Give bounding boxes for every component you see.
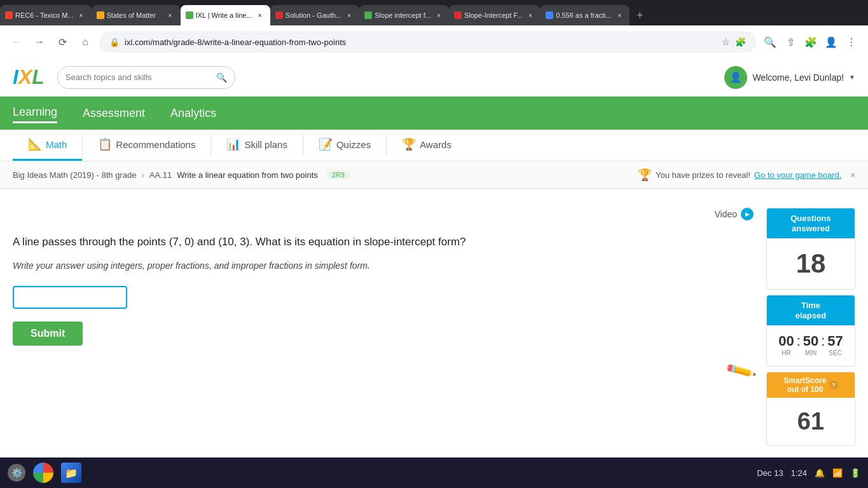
breadcrumb: Big Ideas Math (2019) - 8th grade › AA.1…: [0, 161, 868, 189]
search-icon: 🔍: [216, 72, 227, 83]
taskbar-date: Dec 13: [757, 468, 783, 478]
taskbar-chrome-icon[interactable]: [33, 463, 53, 483]
taskbar-time: 1:24: [791, 468, 807, 478]
tab-title-7: 0.556 as a fracti...: [556, 11, 612, 19]
breadcrumb-arrow-icon: ›: [141, 170, 144, 180]
browser-tab-2[interactable]: States of Matter ×: [92, 5, 181, 25]
subnav-recommendations[interactable]: 📋 Recommendations: [83, 130, 210, 161]
tab-close-7[interactable]: ×: [614, 10, 624, 20]
tab-favicon-3: [186, 11, 193, 19]
pencil-area: ✏️: [13, 346, 754, 395]
zoom-button[interactable]: 🔍: [761, 33, 779, 51]
subnav-math[interactable]: 📐 Math: [13, 130, 82, 161]
tab-favicon-1: [5, 11, 13, 19]
smart-score-label: SmartScoreout of 100: [783, 376, 826, 394]
seconds-unit: 57 SEC: [827, 333, 843, 356]
nav-item-analytics[interactable]: Analytics: [170, 104, 216, 123]
lock-icon: 🔒: [109, 37, 120, 47]
smart-score-help-button[interactable]: ?: [829, 381, 838, 390]
new-tab-button[interactable]: +: [630, 5, 650, 25]
questions-answered-header: Questionsanswered: [767, 208, 855, 238]
subnav-awards-label: Awards: [420, 139, 451, 150]
bookmark-icon[interactable]: ☆: [722, 37, 730, 47]
browser-tab-7[interactable]: 0.556 as a fracti... ×: [541, 5, 630, 25]
browser-tab-6[interactable]: Slope-Intercept F... ×: [449, 5, 541, 25]
pencil-icon: ✏️: [724, 354, 758, 388]
video-link[interactable]: Video ▶: [13, 208, 754, 220]
submit-button[interactable]: Submit: [13, 322, 83, 346]
share-button[interactable]: ⇧: [782, 33, 799, 51]
url-text[interactable]: ixl.com/math/grade-8/write-a-linear-equa…: [125, 37, 717, 47]
tab-close-5[interactable]: ×: [434, 10, 444, 20]
questions-answered-card: Questionsanswered 18: [766, 208, 855, 290]
time-elapsed-label: Timeelapsed: [796, 301, 826, 320]
chrome-actions: 🔍 ⇧ 🧩 👤 ⋮: [761, 33, 860, 51]
subnav-awards[interactable]: 🏆 Awards: [387, 130, 467, 161]
tab-favicon-6: [454, 11, 462, 19]
reload-button[interactable]: ⟳: [53, 33, 71, 51]
subnav-quizzes-label: Quizzes: [336, 139, 371, 150]
answer-input[interactable]: [13, 286, 127, 309]
subnav-quizzes[interactable]: 📝 Quizzes: [303, 130, 386, 161]
tab-close-6[interactable]: ×: [525, 10, 535, 20]
tab-close-4[interactable]: ×: [344, 10, 354, 20]
quizzes-icon: 📝: [319, 137, 333, 151]
browser-tab-4[interactable]: Solution - Gauth... ×: [270, 5, 360, 25]
hours-unit: 00 HR: [778, 333, 794, 356]
question-text: A line passes through the points (7, 0) …: [13, 233, 754, 250]
instruction-text: Write your answer using integers, proper…: [13, 261, 754, 271]
breadcrumb-parent[interactable]: Big Ideas Math (2019) - 8th grade: [13, 170, 136, 180]
time-elapsed-header: Timeelapsed: [767, 295, 855, 325]
nav-item-learning[interactable]: Learning: [13, 103, 57, 123]
subnav-recommendations-label: Recommendations: [116, 139, 195, 150]
search-box[interactable]: 🔍: [57, 66, 235, 89]
ixl-site: I X L 🔍 👤 Welcome, Levi Dunlap! ▼ Learni…: [0, 58, 868, 488]
taskbar-app-icon[interactable]: ⚙️: [8, 464, 25, 482]
hours-value: 00: [778, 333, 794, 349]
welcome-button[interactable]: 👤 Welcome, Levi Dunlap! ▼: [724, 66, 855, 89]
settings-button[interactable]: ⋮: [843, 33, 860, 51]
browser-tab-3[interactable]: IXL | Write a line... ×: [181, 5, 270, 25]
smart-score-card: SmartScoreout of 100 ? 61: [766, 372, 855, 446]
prizes-link[interactable]: Go to your game board.: [754, 170, 841, 180]
minutes-unit: 50 MIN: [803, 333, 818, 356]
browser-tab-1[interactable]: REC6 - Texico M... ×: [0, 5, 92, 25]
tab-title-1: REC6 - Texico M...: [15, 11, 74, 19]
tab-close-3[interactable]: ×: [255, 10, 265, 20]
close-banner-button[interactable]: ×: [850, 170, 855, 180]
time-colon-1: :: [797, 333, 801, 349]
subnav-skill-plans[interactable]: 📊 Skill plans: [211, 130, 303, 161]
video-play-icon[interactable]: ▶: [741, 208, 754, 220]
dropdown-arrow-icon: ▼: [849, 74, 855, 81]
browser-tab-5[interactable]: Slope intercept f... ×: [359, 5, 449, 25]
prizes-banner: 🏆 You have prizes to reveal! Go to your …: [638, 168, 855, 182]
address-actions: ☆ 🧩: [722, 37, 746, 47]
tab-favicon-5: [364, 11, 372, 19]
home-button[interactable]: ⌂: [76, 33, 94, 51]
profile-button[interactable]: 👤: [822, 33, 840, 51]
tab-close-1[interactable]: ×: [76, 10, 86, 20]
tab-title-6: Slope-Intercept F...: [464, 11, 523, 19]
prizes-text: You have prizes to reveal!: [656, 170, 750, 180]
nav-item-assessment[interactable]: Assessment: [83, 104, 145, 123]
subnav-skill-plans-label: Skill plans: [244, 139, 287, 150]
tab-favicon-7: [546, 11, 553, 19]
trophy-icon: 🏆: [638, 168, 652, 182]
seconds-label: SEC: [827, 349, 843, 356]
tab-close-2[interactable]: ×: [165, 10, 176, 20]
url-bar[interactable]: 🔒 ixl.com/math/grade-8/write-a-linear-eq…: [99, 31, 756, 53]
tab-title-3: IXL | Write a line...: [196, 11, 252, 19]
extension-icon[interactable]: 🧩: [735, 37, 746, 47]
taskbar: ⚙️ 📁 Dec 13 1:24 🔔 📶 🔋: [0, 458, 868, 488]
site-header: I X L 🔍 👤 Welcome, Levi Dunlap! ▼: [0, 58, 868, 97]
seconds-value: 57: [827, 333, 843, 349]
sub-navigation: 📐 Math 📋 Recommendations 📊 Skill plans 📝…: [0, 130, 868, 161]
search-input[interactable]: [65, 72, 211, 82]
ixl-logo[interactable]: I X L: [13, 65, 45, 89]
smart-score-value: 61: [767, 398, 855, 445]
forward-button[interactable]: →: [31, 33, 48, 51]
taskbar-files-icon[interactable]: 📁: [61, 463, 81, 483]
back-button[interactable]: ←: [8, 33, 25, 51]
extensions-button[interactable]: 🧩: [802, 33, 820, 51]
questions-answered-value: 18: [767, 238, 855, 289]
